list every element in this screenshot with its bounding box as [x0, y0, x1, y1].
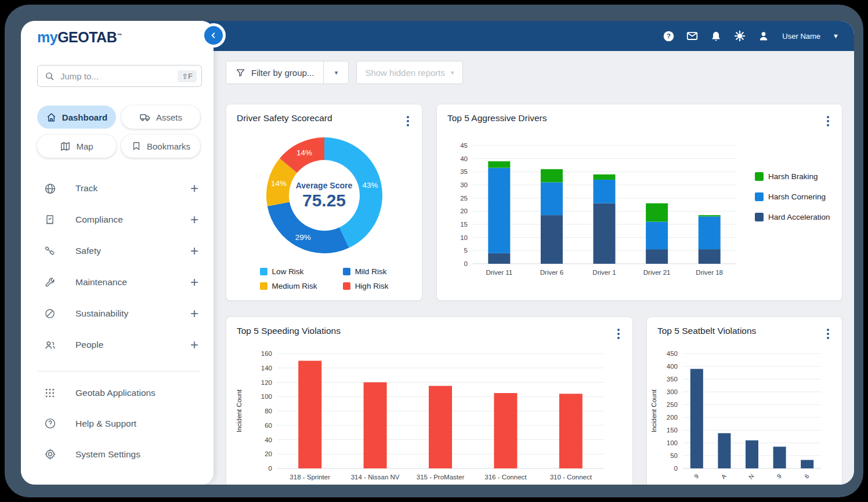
sidebar-item-safety[interactable]: Safety +	[21, 235, 214, 267]
bookmark-icon	[131, 141, 142, 151]
sidebar-item-map[interactable]: Map	[37, 134, 116, 158]
kebab-menu-icon[interactable]	[823, 326, 833, 342]
sidebar-item-dashboard[interactable]: Dashboard	[37, 106, 116, 129]
user-name-label[interactable]: User Name	[782, 32, 820, 41]
sidebar-nav: Track + Compliance + Safety + Maintenanc…	[21, 173, 214, 361]
svg-text:40: 40	[265, 436, 272, 443]
sidebar-item-people[interactable]: People +	[21, 329, 214, 361]
svg-text:160: 160	[261, 350, 272, 357]
svg-text:A: A	[719, 472, 727, 480]
svg-text:315 - ProMaster: 315 - ProMaster	[417, 474, 465, 481]
svg-text:40: 40	[460, 155, 468, 162]
map-icon	[60, 141, 71, 152]
scorecard-legend: Low RiskMild RiskMedium RiskHigh Risk	[260, 267, 389, 290]
card-title: Driver Safety Scorecard	[237, 113, 332, 123]
bar-segment	[594, 203, 616, 264]
bar-segment	[541, 169, 563, 183]
sidebar-item-maintenance[interactable]: Maintenance +	[21, 267, 214, 298]
legend-swatch	[755, 213, 764, 221]
svg-text:60: 60	[265, 422, 272, 429]
card-title: Top 5 Speeding Violations	[237, 326, 341, 336]
home-icon	[46, 112, 57, 123]
svg-text:29%: 29%	[295, 233, 310, 242]
bar-segment	[541, 215, 563, 264]
sidebar-item-sustainability[interactable]: Sustainability +	[21, 298, 214, 329]
svg-text:9: 9	[775, 472, 783, 480]
show-hidden-reports-label: Show hidden reports	[365, 68, 445, 78]
bar-segment	[488, 161, 510, 168]
legend-item: Low Risk	[260, 267, 317, 276]
kebab-menu-icon[interactable]	[614, 326, 623, 342]
bar-segment	[298, 361, 321, 468]
sidebar-item-bookmarks[interactable]: Bookmarks	[121, 134, 200, 158]
bar-segment	[488, 253, 510, 264]
filter-bar: Filter by group... ▾ Show hidden reports…	[226, 61, 842, 84]
svg-text:400: 400	[667, 363, 678, 370]
svg-text:5: 5	[464, 247, 468, 254]
user-menu-caret-icon[interactable]: ▼	[833, 32, 839, 39]
legend-label: Hard Acceleration	[768, 213, 830, 221]
svg-text:35: 35	[460, 168, 468, 175]
quick-button-label: Bookmarks	[147, 141, 190, 151]
bar-segment	[746, 441, 758, 468]
svg-text:140: 140	[261, 365, 272, 372]
sidebar-divider	[37, 371, 200, 372]
svg-text:310 - Connect: 310 - Connect	[550, 474, 592, 481]
svg-text:9: 9	[693, 472, 700, 480]
legend-swatch	[755, 172, 764, 181]
kebab-menu-icon[interactable]	[823, 113, 833, 129]
sidebar-item-geotab-applications[interactable]: Geotab Applications	[21, 377, 214, 408]
mail-icon[interactable]	[686, 30, 699, 42]
svg-text:Driver 18: Driver 18	[696, 269, 723, 276]
sidebar-item-compliance[interactable]: Compliance +	[21, 204, 214, 235]
sidebar-item-label: System Settings	[75, 449, 140, 460]
kebab-menu-icon[interactable]	[403, 113, 413, 129]
sidebar-item-system-settings[interactable]: System Settings	[21, 439, 214, 470]
svg-text:Driver 6: Driver 6	[540, 269, 563, 276]
sidebar-collapse-button[interactable]	[204, 26, 223, 45]
svg-text:10: 10	[460, 234, 468, 241]
bar-segment	[718, 433, 730, 468]
mygeotab-logo: myGEOTAB™	[21, 21, 214, 46]
bar-segment	[646, 221, 668, 249]
bar-segment	[559, 394, 583, 468]
svg-text:Incident Count: Incident Count	[650, 389, 657, 432]
search-input[interactable]: Jump to... ⇧F	[37, 65, 202, 87]
svg-text:25: 25	[460, 195, 468, 202]
legend-item: Harsh Braking	[755, 172, 830, 181]
help-icon[interactable]: ?	[662, 30, 675, 42]
expand-plus-icon[interactable]: +	[190, 183, 198, 194]
bell-icon[interactable]	[710, 30, 722, 42]
sidebar-item-label: Help & Support	[75, 419, 136, 429]
expand-plus-icon[interactable]: +	[190, 214, 198, 225]
svg-text:N: N	[747, 472, 755, 481]
svg-text:43%: 43%	[362, 181, 378, 190]
sidebar-item-assets[interactable]: Assets	[121, 106, 200, 129]
expand-plus-icon[interactable]: +	[190, 308, 198, 319]
bar-segment	[594, 180, 616, 203]
sidebar-item-label: People	[75, 340, 190, 350]
expand-plus-icon[interactable]: +	[190, 339, 198, 351]
bar-segment	[429, 386, 452, 468]
svg-text:120: 120	[261, 379, 272, 386]
sidebar-item-help-support[interactable]: Help & Support	[21, 408, 214, 439]
gear-icon[interactable]	[733, 30, 746, 42]
expand-plus-icon[interactable]: +	[190, 245, 198, 257]
legend-swatch	[260, 268, 267, 275]
svg-text:450: 450	[667, 350, 678, 357]
bar-segment	[541, 182, 563, 215]
card-top5-seatbelt-violations: Top 5 Seatbelt Violations 05010015020025…	[646, 317, 842, 485]
expand-plus-icon[interactable]: +	[190, 277, 198, 288]
wrench-icon	[44, 277, 57, 288]
quick-button-label: Map	[76, 141, 93, 151]
logo-prefix: my	[37, 29, 57, 45]
filter-dropdown-caret[interactable]: ▾	[324, 61, 348, 83]
svg-text:15: 15	[460, 221, 468, 228]
card-top5-speeding-violations: Top 5 Speeding Violations 02040608010012…	[226, 317, 633, 485]
user-icon[interactable]	[757, 30, 770, 42]
legend-item: Mild Risk	[343, 267, 389, 276]
sidebar-item-label: Safety	[75, 246, 190, 256]
sidebar-item-track[interactable]: Track +	[21, 173, 214, 204]
filter-by-group-control[interactable]: Filter by group... ▾	[226, 61, 349, 84]
show-hidden-reports-control[interactable]: Show hidden reports ▾	[356, 61, 462, 84]
